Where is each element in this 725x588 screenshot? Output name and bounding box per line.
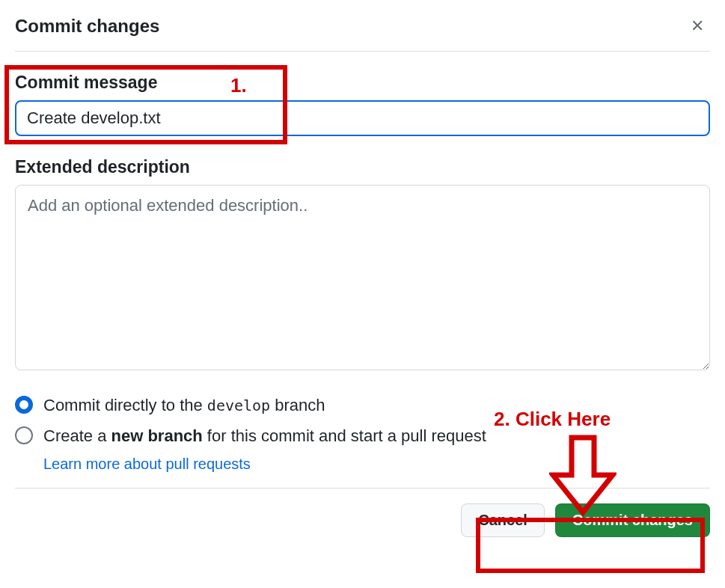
commit-direct-label: Commit directly to the develop branch — [43, 394, 325, 417]
dialog-header: Commit changes ✕ — [15, 13, 710, 52]
commit-message-input[interactable] — [15, 100, 710, 136]
annotation-label-step1: 1. — [230, 74, 247, 97]
cancel-button[interactable]: Cancel — [461, 503, 545, 537]
radio-selected-icon — [15, 396, 33, 414]
radio-unselected-icon — [15, 426, 33, 444]
commit-message-section: Commit message — [15, 73, 710, 136]
extended-description-textarea[interactable] — [15, 185, 710, 370]
dialog-title: Commit changes — [15, 16, 159, 37]
extended-description-section: Extended description — [15, 157, 710, 373]
annotation-label-step2: 2. Click Here — [494, 408, 611, 431]
extended-description-label: Extended description — [15, 157, 710, 177]
close-button[interactable]: ✕ — [685, 13, 710, 39]
close-icon: ✕ — [691, 16, 704, 35]
commit-message-label: Commit message — [15, 73, 710, 93]
new-branch-label: Create a new branch for this commit and … — [43, 425, 486, 448]
annotation-arrow-icon — [549, 434, 617, 516]
